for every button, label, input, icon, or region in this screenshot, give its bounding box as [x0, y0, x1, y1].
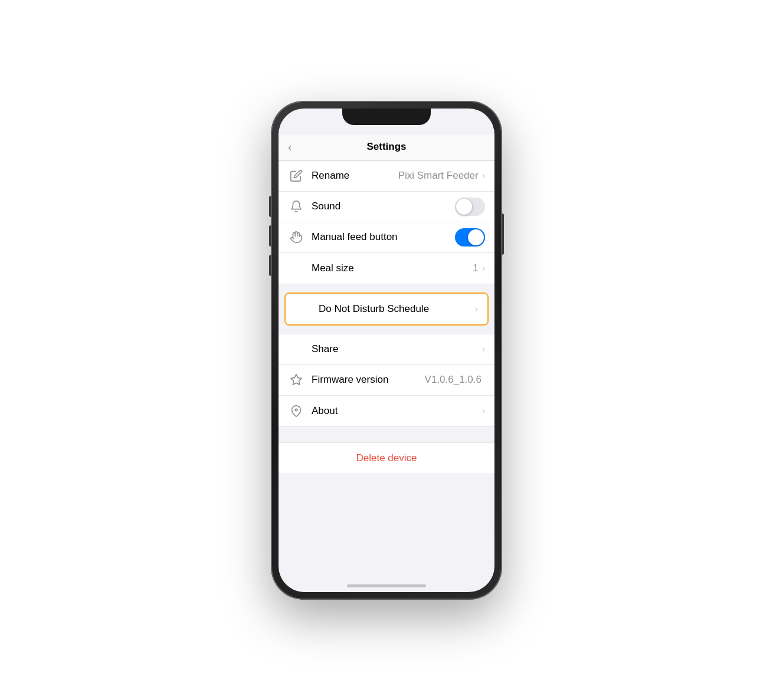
phone-frame: ‹ Settings Rename Pixi Smart Feeder — [271, 101, 502, 599]
back-button[interactable]: ‹ — [288, 140, 292, 154]
about-chevron: › — [482, 406, 485, 416]
page-title: Settings — [366, 141, 406, 153]
phone-screen: ‹ Settings Rename Pixi Smart Feeder — [279, 109, 494, 592]
share-label: Share — [312, 343, 482, 355]
share-row[interactable]: Share › — [279, 334, 494, 365]
edit-icon — [288, 167, 304, 184]
hand-icon — [288, 229, 304, 245]
meal-size-row[interactable]: Meal size 1 › — [279, 253, 494, 284]
delete-label: Delete device — [356, 452, 417, 464]
svg-point-1 — [295, 409, 297, 411]
more-settings-section: Share › Firmware version V1.0.6_1.0.6 — [279, 334, 494, 427]
dnd-chevron: › — [475, 304, 478, 314]
sound-row[interactable]: Sound — [279, 192, 494, 222]
delete-section: Delete device — [279, 442, 494, 474]
meal-size-value: 1 — [473, 262, 478, 274]
dnd-highlighted-wrapper: Do Not Disturb Schedule › — [284, 293, 489, 326]
delete-row[interactable]: Delete device — [279, 443, 494, 474]
sound-toggle[interactable] — [455, 198, 485, 216]
manual-feed-label: Manual feed button — [312, 231, 455, 243]
dnd-row[interactable]: Do Not Disturb Schedule › — [286, 294, 487, 324]
manual-feed-toggle-thumb — [468, 229, 484, 245]
share-chevron: › — [482, 344, 485, 354]
about-label: About — [312, 405, 482, 417]
notch — [342, 109, 431, 125]
dnd-highlighted-border: Do Not Disturb Schedule › — [284, 293, 489, 326]
manual-feed-toggle[interactable] — [455, 228, 485, 247]
meal-size-label: Meal size — [312, 262, 473, 274]
dnd-label: Do Not Disturb Schedule — [319, 303, 475, 315]
firmware-row[interactable]: Firmware version V1.0.6_1.0.6 — [279, 365, 494, 396]
sound-label: Sound — [312, 201, 455, 212]
manual-feed-row[interactable]: Manual feed button — [279, 222, 494, 253]
cat-icon — [288, 403, 304, 419]
about-row[interactable]: About › — [279, 396, 494, 426]
rename-label: Rename — [312, 170, 398, 182]
home-indicator — [347, 584, 426, 587]
rename-row[interactable]: Rename Pixi Smart Feeder › — [279, 161, 494, 192]
chip-icon — [288, 372, 304, 388]
rename-chevron: › — [482, 170, 485, 181]
bell-icon — [288, 198, 304, 215]
device-settings-section: Rename Pixi Smart Feeder › Sound — [279, 160, 494, 284]
screen-content: ‹ Settings Rename Pixi Smart Feeder — [279, 109, 494, 592]
rename-value: Pixi Smart Feeder — [398, 170, 479, 182]
sound-toggle-thumb — [456, 199, 472, 215]
firmware-label: Firmware version — [312, 374, 425, 386]
nav-header: ‹ Settings — [279, 134, 494, 160]
svg-marker-0 — [291, 374, 302, 384]
meal-size-chevron: › — [482, 263, 485, 274]
firmware-value: V1.0.6_1.0.6 — [425, 374, 482, 386]
